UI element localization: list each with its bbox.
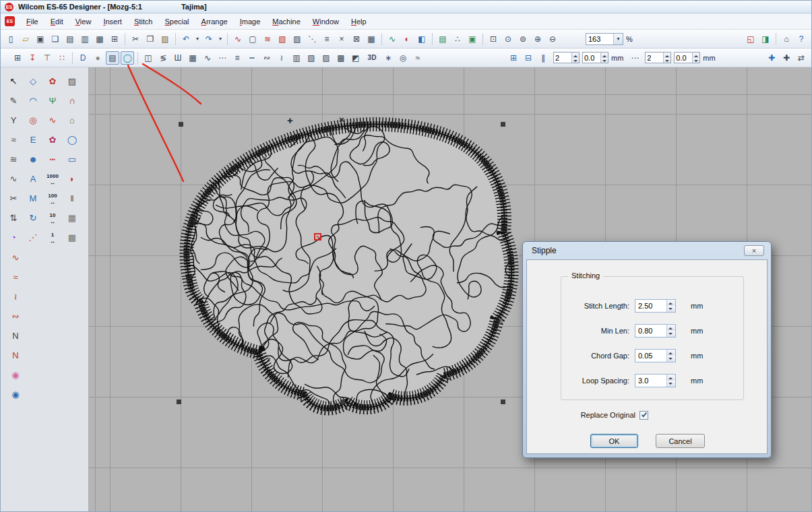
- write-to-machine-icon[interactable]: ▦: [93, 32, 106, 46]
- min-len-input[interactable]: [635, 325, 666, 337]
- target-circle-tool[interactable]: ◎: [25, 113, 41, 127]
- menu-view[interactable]: View: [69, 15, 98, 28]
- selection-handle-bottom-left[interactable]: [177, 399, 181, 404]
- print-icon[interactable]: ▤: [63, 32, 77, 46]
- satin-fill-icon[interactable]: ▧: [276, 32, 289, 46]
- select-generated-icon[interactable]: ▢: [246, 32, 259, 46]
- fork-digitize-tool[interactable]: Y: [5, 113, 22, 127]
- zoom-fit-icon[interactable]: ⊚: [516, 32, 530, 46]
- spacing-value-spinner[interactable]: [600, 53, 608, 63]
- selection-handle-bottom-middle[interactable]: [340, 399, 345, 404]
- stipple-fill-icon[interactable]: ▤: [106, 51, 119, 65]
- redo-dropdown-icon[interactable]: ▾: [217, 32, 224, 46]
- zoom-out-icon[interactable]: ⊖: [546, 32, 559, 46]
- length-count-spinner[interactable]: [663, 53, 670, 63]
- entry-point-tool[interactable]: ◉: [7, 387, 24, 401]
- ok-button[interactable]: OK: [590, 434, 638, 448]
- portrait-tool[interactable]: ☻: [25, 152, 41, 166]
- branching-tool[interactable]: Ψ: [44, 94, 61, 107]
- scissors-tool[interactable]: ✂: [5, 191, 22, 205]
- selection-handle-bottom-right[interactable]: [501, 399, 505, 404]
- contour-fill-icon[interactable]: ≡: [320, 32, 334, 46]
- menu-edit[interactable]: Edit: [44, 15, 69, 28]
- picture-icon[interactable]: ▣: [466, 32, 479, 46]
- reshape-object-tool[interactable]: ◇: [25, 74, 41, 88]
- menu-insert[interactable]: Insert: [97, 15, 128, 28]
- loop-spacing-input[interactable]: [635, 375, 666, 387]
- stemstitch-icon[interactable]: ≀: [275, 51, 288, 65]
- paste-icon[interactable]: ▨: [158, 32, 172, 46]
- zoom-input[interactable]: [586, 35, 613, 43]
- triple-run-icon[interactable]: ≡: [230, 51, 244, 65]
- curved-fill-icon[interactable]: ≈: [411, 51, 425, 65]
- selection-handle-top-right[interactable]: [501, 122, 505, 127]
- open-design-icon[interactable]: ▱: [19, 32, 32, 46]
- applique-icon[interactable]: ⊠: [350, 32, 363, 46]
- satin-stitch-icon[interactable]: ◫: [142, 51, 155, 65]
- tatami-fill-icon[interactable]: ▨: [290, 32, 304, 46]
- pan-tool-icon[interactable]: ✚: [765, 51, 778, 65]
- overlap-check-icon[interactable]: ◱: [744, 32, 757, 46]
- block-digitize-tool[interactable]: E: [25, 133, 41, 146]
- penetration-point-tool[interactable]: ◉: [7, 368, 24, 381]
- scale-1000-tool[interactable]: 1000↔: [44, 172, 61, 185]
- ellipse-tool[interactable]: ◯: [64, 133, 80, 146]
- menu-window[interactable]: Window: [307, 15, 345, 28]
- sculpture-run-icon[interactable]: ┉: [245, 51, 259, 65]
- cancel-button[interactable]: Cancel: [656, 434, 705, 448]
- color-wheel-icon[interactable]: ◐: [400, 32, 414, 46]
- rotate-tool[interactable]: ↻: [25, 211, 41, 224]
- program-split-icon[interactable]: ▧: [305, 51, 318, 65]
- freehand-select-tool[interactable]: ✎: [5, 94, 22, 107]
- tatami-stitch-icon[interactable]: ▦: [186, 51, 199, 65]
- spacing-count-spinner[interactable]: [571, 53, 579, 63]
- copy-icon[interactable]: ❐: [144, 32, 157, 46]
- stitch-length-spinner[interactable]: [666, 300, 675, 312]
- rectangle-tool[interactable]: ▭: [64, 152, 80, 166]
- manual-stitch-tool[interactable]: ┅: [44, 152, 61, 166]
- travel-tool-icon[interactable]: ⇄: [794, 51, 808, 65]
- s-curve-stitch-tool[interactable]: ∿: [7, 251, 24, 264]
- stem-run-tool[interactable]: ≀: [7, 290, 24, 303]
- menu-machine[interactable]: Machine: [266, 15, 307, 28]
- zigzag-stitch-icon[interactable]: ≶: [156, 51, 170, 65]
- menu-arrange[interactable]: Arrange: [195, 15, 234, 28]
- column-tool[interactable]: ‖: [64, 191, 80, 205]
- zoom-dropdown-button[interactable]: ▾: [613, 34, 623, 44]
- zigzag-fill-icon[interactable]: ≋: [261, 32, 274, 46]
- export-design-tool[interactable]: ⌂: [64, 113, 80, 127]
- loop-spacing-spinner[interactable]: [666, 375, 675, 387]
- texture-stamp-tool[interactable]: ▩: [64, 230, 80, 244]
- motif-fill-icon[interactable]: ⋱: [305, 32, 319, 46]
- menu-help[interactable]: Help: [345, 15, 373, 28]
- fan-shape-tool[interactable]: ◔: [5, 230, 22, 244]
- save-design-icon[interactable]: ▣: [34, 32, 47, 46]
- context-help-icon[interactable]: ?: [794, 32, 808, 46]
- backstitch-icon[interactable]: ∾: [260, 51, 274, 65]
- updown-travel-tool[interactable]: ⇅: [5, 211, 22, 224]
- ripple-fill-icon[interactable]: ◎: [396, 51, 410, 65]
- chord-gap-spinner[interactable]: [666, 350, 675, 362]
- wave-effect-icon[interactable]: ∿: [385, 32, 399, 46]
- length-count-input[interactable]: [646, 54, 663, 62]
- menu-file[interactable]: File: [20, 15, 44, 28]
- replace-original-checkbox[interactable]: [639, 411, 648, 420]
- insert-design-icon[interactable]: ⊞: [108, 32, 121, 46]
- pull-compensation-icon[interactable]: ⊤: [40, 51, 54, 65]
- flexi-split-icon[interactable]: ▨: [319, 51, 333, 65]
- motif-stitch-icon[interactable]: ∿: [201, 51, 214, 65]
- zigzag-run-tool[interactable]: ∿: [44, 113, 61, 127]
- stitch-length-input[interactable]: [635, 300, 666, 312]
- zoom-box-icon[interactable]: ⊡: [487, 32, 500, 46]
- zoom-in-icon[interactable]: ⊕: [531, 32, 544, 46]
- hatch-fill-tool[interactable]: ▨: [64, 74, 80, 88]
- boot-shape-tool[interactable]: ◗: [64, 172, 80, 185]
- save-as-icon[interactable]: ❏: [49, 32, 62, 46]
- menu-stitch[interactable]: Stitch: [128, 15, 159, 28]
- lettering-tool[interactable]: A: [25, 172, 41, 185]
- scale-1-tool[interactable]: 1↔: [44, 230, 61, 244]
- color-blending-tool[interactable]: ✿: [44, 74, 61, 88]
- print-preview-icon[interactable]: ▥: [78, 32, 92, 46]
- redo-icon[interactable]: ↷: [202, 32, 216, 46]
- grid-snap-icon[interactable]: ⊞: [507, 51, 520, 65]
